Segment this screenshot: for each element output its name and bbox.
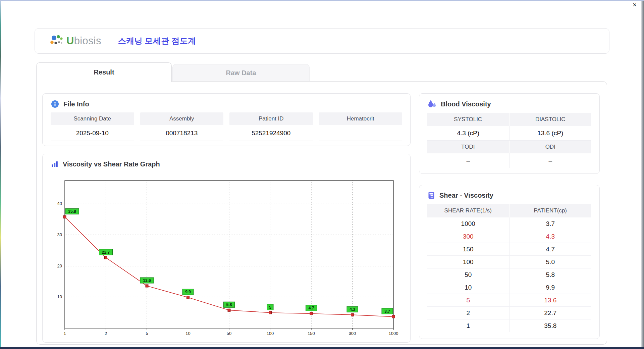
todi-label: TODI [427, 141, 509, 153]
blood-viscosity-title: Blood Viscosity [441, 100, 491, 108]
shear-rate-value: 1000 [427, 217, 509, 230]
svg-text:150: 150 [308, 331, 315, 336]
patient-column-header: PATIENT(cp) [509, 204, 592, 217]
field-label: Assembly [140, 112, 224, 125]
table-row: 150 4.7 [427, 243, 591, 256]
todi-value: – [427, 153, 509, 168]
svg-text:10: 10 [185, 331, 190, 336]
svg-text:1000: 1000 [389, 331, 398, 336]
blood-viscosity-card: Blood Viscosity SYSTOLIC DIASTOLIC 4.3 (… [419, 93, 600, 174]
field-value: 2025-09-10 [51, 125, 134, 141]
svg-text:4.3: 4.3 [350, 307, 355, 312]
table-row: 5 13.6 [427, 294, 591, 307]
shear-rate-value: 2 [427, 307, 509, 319]
patient-viscosity-value: 35.8 [509, 319, 592, 332]
odi-value: – [509, 153, 592, 168]
svg-text:5: 5 [269, 305, 271, 310]
shear-viscosity-card: Shear - Viscosity SHEAR RATE(1/s) PATIEN… [419, 185, 600, 339]
ubiosis-logo: Ubiosis [49, 34, 101, 48]
svg-text:5.8: 5.8 [226, 302, 232, 307]
svg-text:30: 30 [57, 232, 62, 237]
shear-rate-value: 100 [427, 256, 509, 268]
patient-viscosity-value: 22.7 [509, 307, 592, 319]
shear-rate-column-header: SHEAR RATE(1/s) [427, 204, 509, 217]
svg-text:50: 50 [227, 331, 231, 336]
field-label: Scanning Date [51, 112, 134, 125]
viscosity-graph-card: Viscosity vs Shear Rate Graph 1020304012… [42, 154, 411, 343]
calculator-icon [427, 191, 435, 199]
svg-text:13.6: 13.6 [143, 278, 151, 283]
close-icon[interactable]: × [631, 1, 639, 8]
file-info-card: File Info Scanning Date 2025-09-10 Assem… [42, 93, 411, 146]
field-value: 000718213 [140, 125, 224, 141]
shear-rate-value: 10 [427, 281, 509, 294]
shear-viscosity-table: SHEAR RATE(1/s) PATIENT(cp) 1000 3.7 300… [427, 204, 591, 332]
table-row: 1 35.8 [427, 319, 591, 332]
shear-rate-value: 150 [427, 243, 509, 255]
svg-text:10: 10 [57, 294, 62, 299]
logo-rest: biosis [74, 35, 101, 47]
ubiosis-logo-icon [49, 34, 64, 48]
svg-text:20: 20 [57, 263, 62, 268]
viscosity-chart: 102030401251050100150300100035.822.713.6… [51, 175, 400, 338]
tab-result[interactable]: Result [36, 62, 172, 82]
screen-edge-artifact-left [0, 1, 1, 349]
screen-edge-strip-right [641, 1, 644, 349]
diastolic-value: 13.6 (cP) [509, 126, 592, 141]
tab-raw-data[interactable]: Raw Data [172, 64, 310, 81]
field-hematocrit: Hematocrit [319, 112, 402, 141]
patient-viscosity-value: 4.7 [509, 243, 592, 255]
table-header-row: SHEAR RATE(1/s) PATIENT(cp) [427, 204, 591, 217]
file-info-title: File Info [63, 100, 89, 108]
app-window: × Ubiosis 스캐닝 모세관 점도계 Result Raw Data [0, 0, 644, 349]
file-info-header: File Info [43, 94, 410, 112]
field-patient-id: Patient ID 52521924900 [229, 112, 313, 141]
page-title: 스캐닝 모세관 점도계 [118, 36, 196, 46]
systolic-value: 4.3 (cP) [427, 126, 509, 141]
shear-viscosity-header: Shear - Viscosity [419, 185, 599, 203]
blood-viscosity-header: Blood Viscosity [419, 94, 599, 112]
patient-viscosity-value: 5.0 [509, 256, 592, 268]
shear-rate-value: 300 [427, 230, 509, 243]
svg-text:100: 100 [267, 331, 274, 336]
svg-text:2: 2 [105, 331, 107, 336]
field-assembly: Assembly 000718213 [140, 112, 224, 141]
svg-text:40: 40 [57, 201, 62, 206]
info-icon [51, 100, 59, 108]
svg-text:9.9: 9.9 [185, 290, 191, 294]
patient-viscosity-value: 5.8 [509, 268, 592, 281]
droplets-icon [427, 100, 437, 108]
svg-text:5: 5 [146, 331, 148, 336]
shear-rate-value: 1 [427, 319, 509, 332]
file-info-fields: Scanning Date 2025-09-10 Assembly 000718… [43, 112, 410, 141]
header-card: Ubiosis 스캐닝 모세관 점도계 [35, 28, 609, 54]
patient-viscosity-value: 9.9 [509, 281, 592, 294]
diastolic-label: DIASTOLIC [509, 113, 592, 126]
blood-viscosity-table: SYSTOLIC DIASTOLIC 4.3 (cP) 13.6 (cP) TO… [427, 113, 591, 168]
field-value [319, 125, 402, 141]
field-scanning-date: Scanning Date 2025-09-10 [51, 112, 134, 141]
patient-viscosity-value: 13.6 [509, 294, 592, 306]
table-row: 100 5.0 [427, 256, 591, 268]
shear-rate-value: 50 [427, 268, 509, 281]
logo-text: Ubiosis [66, 35, 101, 47]
svg-text:3.7: 3.7 [384, 309, 390, 314]
graph-header: Viscosity vs Shear Rate Graph [43, 154, 410, 171]
table-row: 300 4.3 [427, 230, 591, 243]
bar-chart-icon [51, 160, 59, 168]
odi-label: ODI [509, 141, 592, 153]
table-row: 50 5.8 [427, 268, 591, 281]
patient-viscosity-value: 4.3 [509, 230, 592, 243]
svg-text:4.7: 4.7 [309, 306, 314, 310]
table-row: 10 9.9 [427, 281, 591, 294]
svg-text:22.7: 22.7 [102, 250, 110, 255]
svg-text:300: 300 [349, 331, 356, 336]
field-label: Hematocrit [319, 112, 402, 125]
field-value: 52521924900 [229, 125, 313, 141]
table-row: 1000 3.7 [427, 217, 591, 230]
window-bottom-border [0, 347, 644, 349]
shear-rate-value: 5 [427, 294, 509, 306]
svg-text:1: 1 [63, 331, 66, 336]
table-row: 2 22.7 [427, 307, 591, 319]
systolic-label: SYSTOLIC [427, 113, 509, 126]
